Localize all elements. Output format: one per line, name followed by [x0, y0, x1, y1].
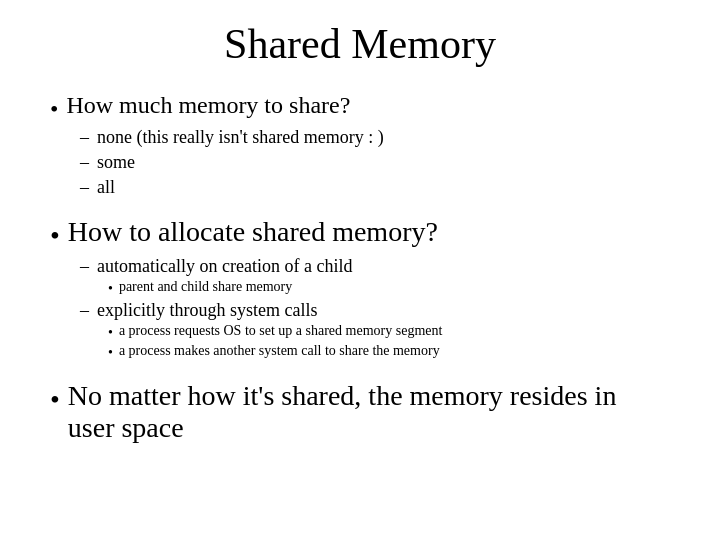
bullet-2-sub-1: – automatically on creation of a child	[80, 256, 670, 277]
bullet-1-row: • How much memory to share?	[50, 92, 670, 123]
bullet-2-row: • How to allocate shared memory?	[50, 216, 670, 252]
bullet-2-sub-2-container: – explicitly through system calls • a pr…	[80, 300, 670, 362]
bullet-1: • How much memory to share? – none (this…	[50, 92, 670, 200]
slide-content: • How much memory to share? – none (this…	[50, 92, 670, 448]
dash-icon: –	[80, 177, 89, 198]
b2s2ss2: • a process makes another system call to…	[108, 343, 670, 361]
b2s2ss1: • a process requests OS to set up a shar…	[108, 323, 670, 341]
slide-title: Shared Memory	[50, 20, 670, 68]
dash-icon: –	[80, 152, 89, 173]
bullet-1-sub-1: – none (this really isn't shared memory …	[80, 127, 670, 148]
slide: Shared Memory • How much memory to share…	[0, 0, 720, 540]
bullet-2-sub-2-text: explicitly through system calls	[97, 300, 670, 321]
bullet-2-sub-1-container: – automatically on creation of a child •…	[80, 256, 670, 298]
bullet-2-sub-1-text: automatically on creation of a child	[97, 256, 670, 277]
bullet-1-sub-3: – all	[80, 177, 670, 198]
bullet-1-dot: •	[50, 96, 58, 123]
b2s1ss1-text: parent and child share memory	[119, 279, 670, 295]
b2s2ss2-text: a process makes another system call to s…	[119, 343, 670, 359]
bullet-2-dot: •	[50, 220, 60, 252]
bullet-3: • No matter how it's shared, the memory …	[50, 380, 670, 448]
sub-bullet-dot: •	[108, 281, 113, 297]
b2s2ss1-text: a process requests OS to set up a shared…	[119, 323, 670, 339]
bullet-3-dot: •	[50, 384, 60, 416]
bullet-1-text: How much memory to share?	[66, 92, 670, 119]
bullet-2-sub-1-subsub: • parent and child share memory	[108, 279, 670, 298]
bullet-2-sub-2-subsub: • a process requests OS to set up a shar…	[108, 323, 670, 362]
bullet-3-text: No matter how it's shared, the memory re…	[68, 380, 670, 444]
dash-icon: –	[80, 127, 89, 148]
bullet-3-row: • No matter how it's shared, the memory …	[50, 380, 670, 444]
b2s1ss1: • parent and child share memory	[108, 279, 670, 297]
bullet-2: • How to allocate shared memory? – autom…	[50, 216, 670, 362]
bullet-2-sub-2: – explicitly through system calls	[80, 300, 670, 321]
bullet-2-text: How to allocate shared memory?	[68, 216, 670, 248]
bullet-2-subitems: – automatically on creation of a child •…	[80, 256, 670, 362]
bullet-1-subitems: – none (this really isn't shared memory …	[80, 127, 670, 200]
sub-bullet-dot: •	[108, 345, 113, 361]
bullet-1-sub-1-text: none (this really isn't shared memory : …	[97, 127, 670, 148]
dash-icon: –	[80, 300, 89, 321]
dash-icon: –	[80, 256, 89, 277]
bullet-1-sub-2: – some	[80, 152, 670, 173]
sub-bullet-dot: •	[108, 325, 113, 341]
bullet-1-sub-3-text: all	[97, 177, 670, 198]
bullet-1-sub-2-text: some	[97, 152, 670, 173]
